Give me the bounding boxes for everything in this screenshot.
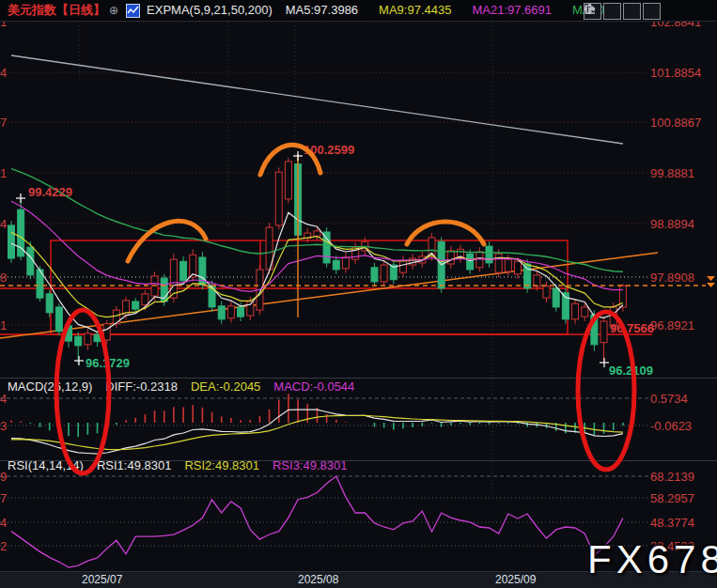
chart-app-window: 美元指数【日线】 ⊕ EXPMA(5,9,21,50,200) MA5:97.3… bbox=[0, 0, 717, 588]
drawn-arc bbox=[260, 145, 320, 175]
annotation-overlay bbox=[0, 0, 717, 588]
drawn-ellipse bbox=[578, 312, 634, 470]
drawn-ellipse bbox=[56, 310, 109, 473]
drawn-arc bbox=[128, 221, 206, 261]
drawn-arc bbox=[407, 222, 484, 244]
